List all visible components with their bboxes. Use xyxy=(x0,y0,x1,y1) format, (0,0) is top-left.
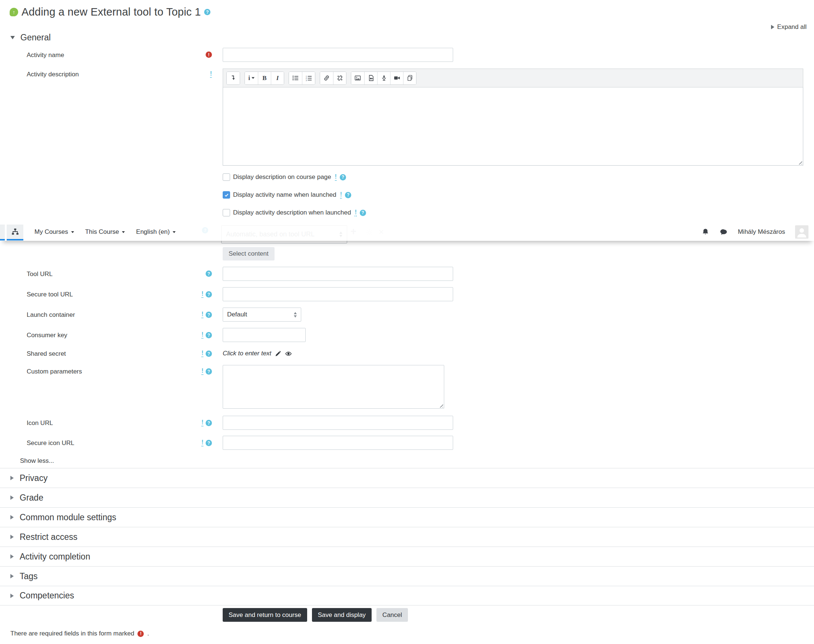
help-icon[interactable] xyxy=(205,332,212,338)
record-audio-icon[interactable] xyxy=(377,72,390,84)
media-icon[interactable] xyxy=(364,72,377,84)
help-icon[interactable] xyxy=(205,440,212,446)
expand-toolbar-icon[interactable] xyxy=(227,72,240,84)
nav-menu-this-course[interactable]: This Course xyxy=(85,228,125,236)
icon-url-input[interactable] xyxy=(223,416,453,430)
bold-icon[interactable] xyxy=(258,72,271,84)
avatar[interactable] xyxy=(795,225,808,239)
help-icon[interactable] xyxy=(360,210,366,216)
image-icon[interactable] xyxy=(351,72,364,84)
display-activity-description-checkbox[interactable] xyxy=(223,209,230,216)
secure-tool-url-input[interactable] xyxy=(223,287,453,301)
shared-secret-label: Shared secret xyxy=(27,350,66,357)
cancel-button[interactable]: Cancel xyxy=(376,608,408,622)
help-icon[interactable] xyxy=(205,291,212,297)
display-description-row: Display description on course page xyxy=(223,173,346,181)
help-icon[interactable] xyxy=(205,351,212,357)
launch-container-select[interactable]: Default xyxy=(223,308,301,322)
help-icon[interactable] xyxy=(205,420,212,426)
help-icon[interactable] xyxy=(205,311,212,318)
select-content-button[interactable]: Select content xyxy=(223,247,274,261)
warning-icon[interactable] xyxy=(210,71,212,78)
section-competencies[interactable]: Competencies xyxy=(0,586,814,606)
required-icon xyxy=(205,52,212,58)
editor-toolbar: 123 xyxy=(223,69,803,87)
unlink-icon[interactable] xyxy=(333,72,346,84)
notifications-icon[interactable] xyxy=(701,228,710,236)
warning-icon[interactable] xyxy=(202,332,204,339)
help-icon[interactable] xyxy=(345,192,351,198)
warning-icon[interactable] xyxy=(202,291,204,298)
section-privacy[interactable]: Privacy xyxy=(0,468,814,488)
save-and-return-button[interactable]: Save and return to course xyxy=(223,608,307,622)
italic-icon[interactable] xyxy=(271,72,284,84)
section-common-module-settings[interactable]: Common module settings xyxy=(0,507,814,527)
warning-icon[interactable] xyxy=(354,209,356,216)
expand-all-label: Expand all xyxy=(777,23,806,31)
record-video-icon[interactable] xyxy=(390,72,403,84)
help-icon[interactable] xyxy=(205,368,212,375)
section-tags[interactable]: Tags xyxy=(0,566,814,586)
expand-all-link[interactable]: Expand all xyxy=(771,23,806,31)
user-name[interactable]: Mihály Mészáros xyxy=(738,228,785,236)
external-tool-icon xyxy=(10,8,18,16)
resize-handle[interactable] xyxy=(438,403,443,408)
help-icon[interactable] xyxy=(340,174,346,181)
warning-icon[interactable] xyxy=(202,311,204,318)
activity-name-input[interactable] xyxy=(223,48,453,62)
editor-content[interactable] xyxy=(223,87,803,166)
section-label: Activity completion xyxy=(20,552,90,562)
section-activity-completion[interactable]: Activity completion xyxy=(0,547,814,566)
required-note-suffix: . xyxy=(147,630,149,637)
activity-description-editor: 123 xyxy=(223,69,803,166)
nav-menu-my-courses[interactable]: My Courses xyxy=(34,228,74,236)
warning-icon[interactable] xyxy=(202,350,204,357)
display-description-checkbox[interactable] xyxy=(223,173,230,181)
expand-triangle-icon xyxy=(11,535,14,539)
checkbox-label: Display activity description when launch… xyxy=(233,209,351,216)
section-grade[interactable]: Grade xyxy=(0,488,814,507)
warning-icon[interactable] xyxy=(202,368,204,375)
custom-parameters-textarea[interactable] xyxy=(223,365,444,409)
warning-icon[interactable] xyxy=(202,440,204,446)
section-label: Common module settings xyxy=(20,512,117,523)
section-general[interactable]: General xyxy=(11,32,51,43)
form-actions: Save and return to course Save and displ… xyxy=(223,608,408,622)
consumer-key-input[interactable] xyxy=(223,328,306,342)
display-activity-name-checkbox[interactable] xyxy=(223,191,230,199)
secure-icon-url-input[interactable] xyxy=(223,436,453,450)
nav-menu-language[interactable]: English (en) xyxy=(136,228,176,236)
page-header: Adding a new External tool to Topic 1 xyxy=(10,6,210,18)
format-style-icon[interactable] xyxy=(245,72,258,84)
link-icon[interactable] xyxy=(320,72,333,84)
resize-handle[interactable] xyxy=(797,160,802,164)
display-activity-description-row: Display activity description when launch… xyxy=(223,209,366,216)
required-note-text: There are required fields in this form m… xyxy=(11,630,134,637)
help-icon[interactable] xyxy=(204,9,210,15)
section-restrict-access[interactable]: Restrict access xyxy=(0,527,814,547)
expand-triangle-icon xyxy=(11,495,14,500)
svg-text:3: 3 xyxy=(305,79,307,81)
eye-icon[interactable] xyxy=(285,350,292,357)
ordered-list-icon[interactable]: 123 xyxy=(302,72,315,84)
messages-icon[interactable] xyxy=(719,228,728,236)
required-icon xyxy=(138,631,144,637)
expand-triangle-icon xyxy=(11,574,14,578)
launch-container-label: Launch container xyxy=(27,311,75,319)
nav-tab-partial[interactable] xyxy=(0,225,5,241)
help-icon[interactable] xyxy=(205,270,212,277)
shared-secret-placeholder[interactable]: Click to enter text xyxy=(223,350,271,357)
show-less-link[interactable]: Show less... xyxy=(20,457,54,465)
save-and-display-button[interactable]: Save and display xyxy=(312,608,372,622)
tool-url-input[interactable] xyxy=(223,267,453,281)
warning-icon[interactable] xyxy=(202,419,204,426)
unordered-list-icon[interactable] xyxy=(289,72,302,84)
warning-icon[interactable] xyxy=(335,174,337,181)
warning-icon[interactable] xyxy=(340,192,342,199)
nav-tab-sitemap[interactable] xyxy=(7,225,23,241)
expand-triangle-icon xyxy=(11,593,14,598)
nav-menu-label: English (en) xyxy=(136,228,170,236)
page: Adding a new External tool to Topic 1 Ex… xyxy=(0,0,814,644)
pencil-icon[interactable] xyxy=(274,350,282,357)
manage-files-icon[interactable] xyxy=(403,72,416,84)
